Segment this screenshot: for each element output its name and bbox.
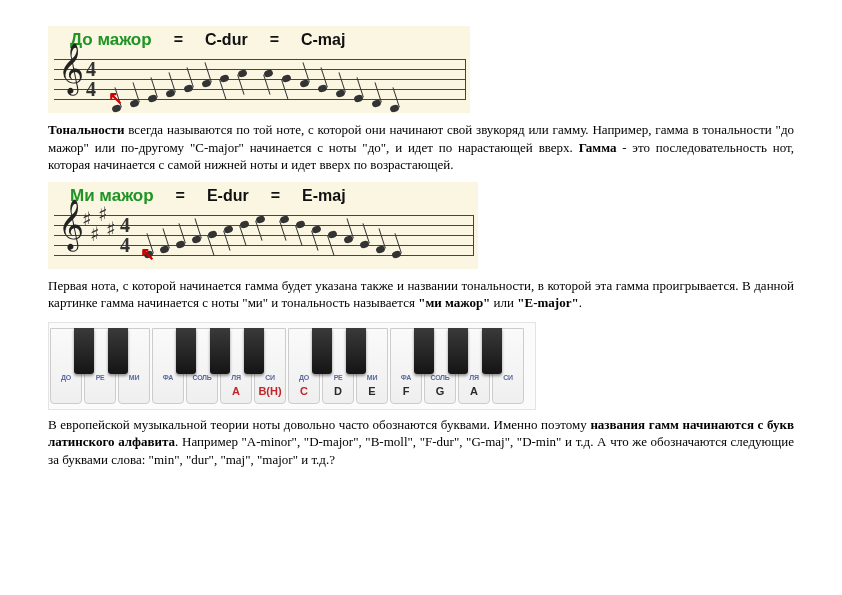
black-key <box>482 328 502 374</box>
term-gamma: Гамма <box>579 140 617 155</box>
key-label-ru: МИ <box>357 374 387 381</box>
music-note <box>311 224 322 233</box>
key-label-letter: D <box>323 385 353 397</box>
music-note <box>165 89 176 98</box>
key-label-letter: B(H) <box>255 385 285 397</box>
key-label-ru: РЕ <box>323 374 353 381</box>
black-key <box>414 328 434 374</box>
music-note <box>159 244 170 253</box>
music-note <box>299 79 310 88</box>
music-note <box>183 84 194 93</box>
music-note <box>317 84 328 93</box>
music-note <box>343 234 354 243</box>
barline <box>465 59 466 99</box>
music-note <box>359 239 370 248</box>
time-sig-top: 4 <box>120 220 130 230</box>
key-dur: E-dur <box>207 187 249 205</box>
black-key <box>346 328 366 374</box>
equals-sign: = <box>176 187 185 205</box>
treble-clef-icon: 𝄞 <box>58 47 84 91</box>
key-label-ru: ФА <box>391 374 421 381</box>
key-label-letter: C <box>289 385 319 397</box>
key-label-ru: ДО <box>289 374 319 381</box>
score-header: Ми мажор = E-dur = E-maj <box>48 182 478 209</box>
key-label-ru: РЕ <box>85 374 115 381</box>
score-e-major: Ми мажор = E-dur = E-maj 𝄞 ♯ ♯ ♯ ♯ 4 4 <box>48 182 478 269</box>
black-key <box>176 328 196 374</box>
music-note <box>391 249 402 258</box>
music-note <box>219 74 230 83</box>
key-label-ru: СОЛЬ <box>187 374 217 381</box>
key-label-ru: ЛЯ <box>221 374 251 381</box>
music-note <box>327 229 338 238</box>
key-label-ru: СОЛЬ <box>425 374 455 381</box>
staff-wrap: 𝄞 ♯ ♯ ♯ ♯ 4 4 ↖ <box>48 209 478 269</box>
equals-sign: = <box>174 31 183 49</box>
black-key <box>108 328 128 374</box>
paragraph-letters: В европейской музыкальной теории ноты до… <box>48 416 794 469</box>
music-note <box>207 229 218 238</box>
music-note <box>147 94 158 103</box>
black-key <box>210 328 230 374</box>
black-key <box>74 328 94 374</box>
piano-keyboard: ДОРЕМИФАСОЛЬЛЯAСИB(H)ДОCРЕDМИEФАFСОЛЬGЛЯ… <box>48 322 536 410</box>
music-note <box>295 219 306 228</box>
music-note <box>255 214 266 223</box>
key-label-letter: A <box>459 385 489 397</box>
music-note <box>223 224 234 233</box>
first-note-arrow-icon: ↖ <box>140 243 155 265</box>
key-label-letter: G <box>425 385 455 397</box>
key-label-letter: A <box>221 385 251 397</box>
key-label-ru: ФА <box>153 374 183 381</box>
music-note <box>175 239 186 248</box>
key-label-ru: СИ <box>255 374 285 381</box>
music-note <box>389 104 400 113</box>
time-sig-top: 4 <box>86 64 96 74</box>
barline <box>473 215 474 255</box>
staff-wrap: 𝄞 4 4 ↖ <box>48 53 470 113</box>
key-maj: E-maj <box>302 187 346 205</box>
sharp-icon: ♯ <box>90 224 100 244</box>
music-note <box>191 234 202 243</box>
key-maj: C-maj <box>301 31 345 49</box>
time-sig-bot: 4 <box>120 240 130 250</box>
music-note <box>263 69 274 78</box>
black-key <box>312 328 332 374</box>
music-note <box>201 79 212 88</box>
key-label-letter: F <box>391 385 421 397</box>
paragraph-first-note: Первая нота, с которой начинается гамма … <box>48 277 794 312</box>
treble-clef-icon: 𝄞 <box>58 203 84 247</box>
music-note <box>371 99 382 108</box>
equals-sign: = <box>270 31 279 49</box>
first-note-arrow-icon: ↖ <box>108 87 123 109</box>
key-label-ru: ЛЯ <box>459 374 489 381</box>
time-sig-bot: 4 <box>86 84 96 94</box>
key-label-ru: СИ <box>493 374 523 381</box>
music-note <box>239 219 250 228</box>
key-label-ru: ДО <box>51 374 81 381</box>
paragraph-tonality: Тональности всегда называются по той нот… <box>48 121 794 174</box>
music-note <box>335 89 346 98</box>
score-c-major: До мажор = C-dur = C-maj 𝄞 4 4 <box>48 26 470 113</box>
black-key <box>448 328 468 374</box>
music-note <box>375 244 386 253</box>
music-note <box>237 69 248 78</box>
music-note <box>353 94 364 103</box>
term-tonality: Тональности <box>48 122 125 137</box>
music-note <box>279 214 290 223</box>
score-header: До мажор = C-dur = C-maj <box>48 26 470 53</box>
music-note <box>281 74 292 83</box>
key-dur: C-dur <box>205 31 248 49</box>
equals-sign: = <box>271 187 280 205</box>
key-label-letter: E <box>357 385 387 397</box>
music-note <box>129 99 140 108</box>
music-staff: 𝄞 ♯ ♯ ♯ ♯ 4 4 <box>54 215 474 255</box>
black-key <box>244 328 264 374</box>
key-label-ru: МИ <box>119 374 149 381</box>
sharp-icon: ♯ <box>106 219 116 239</box>
